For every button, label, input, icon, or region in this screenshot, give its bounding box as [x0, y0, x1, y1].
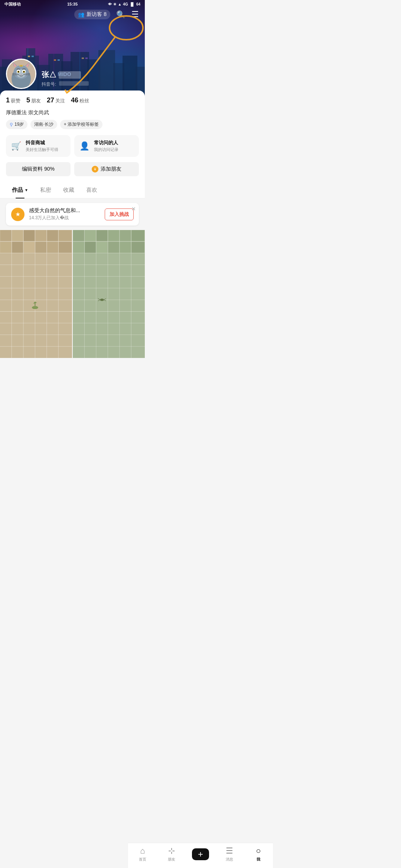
- challenge-title: 感受大自然的气息和...: [29, 207, 80, 214]
- dropdown-icon: ▼: [25, 188, 28, 192]
- join-challenge-button[interactable]: 加入挑战: [105, 208, 134, 220]
- tab-likes-label: 喜欢: [86, 187, 97, 194]
- hero-section: MIDO /SALAD/ /JUICE/ /DESSERT/ 中国移动 15:3…: [0, 0, 145, 96]
- challenge-banner: ★ 感受大自然的气息和... 14.3万人已加入�战 加入挑战 ✕: [6, 203, 139, 226]
- tab-works-label: 作品: [12, 187, 23, 194]
- svg-rect-69: [47, 242, 58, 253]
- tags-row: ⚲ 19岁 湖南·长沙 + 添加学校等标签: [6, 120, 139, 129]
- status-icons: 👁 ✳ ▲ 4G ▐▌ 64: [108, 2, 140, 6]
- tag-location[interactable]: 湖南·长沙: [30, 120, 57, 129]
- eye-icon: 👁: [108, 2, 112, 6]
- douyin-mall-card[interactable]: 🛒 抖音商城 美好生活触手可得: [6, 135, 71, 157]
- avatar[interactable]: [6, 59, 36, 89]
- challenge-subtitle: 14.3万人已加入�战: [29, 215, 80, 221]
- bio-text: 厚德重法 崇文尚武: [6, 109, 139, 116]
- svg-rect-70: [59, 242, 72, 253]
- tab-likes[interactable]: 喜欢: [80, 182, 103, 198]
- tab-private[interactable]: 私密: [34, 182, 57, 198]
- svg-rect-18: [32, 56, 34, 57]
- person-icon: 👤: [79, 141, 89, 151]
- stat-likes[interactable]: 1 获赞: [6, 96, 20, 104]
- frequent-visitors-card[interactable]: 👤 常访问的人 我的访问记录: [74, 135, 139, 157]
- tabs-row: 作品 ▼ 私密 收藏 喜欢: [0, 182, 145, 198]
- svg-rect-63: [47, 230, 58, 241]
- tab-works[interactable]: 作品 ▼: [6, 182, 34, 198]
- name-blur: [59, 71, 81, 79]
- stat-followers[interactable]: 46 粉丝: [71, 96, 89, 104]
- svg-rect-59: [0, 230, 11, 241]
- signal-icon: 4G: [123, 2, 128, 6]
- svg-rect-64: [59, 230, 72, 241]
- challenge-icon: ★: [11, 208, 25, 221]
- tag-gender-age[interactable]: ⚲ 19岁: [6, 120, 27, 129]
- challenge-close-button[interactable]: ✕: [131, 206, 136, 212]
- visitors-icon: 👥: [78, 11, 84, 17]
- status-bar: 中国移动 15:35 👁 ✳ ▲ 4G ▐▌ 64: [0, 0, 145, 8]
- menu-button[interactable]: ☰: [131, 10, 139, 19]
- svg-point-71: [32, 306, 38, 309]
- stat-followers-label: 粉丝: [79, 98, 89, 104]
- svg-rect-62: [35, 230, 46, 241]
- battery-icon: ▐▌: [130, 2, 135, 6]
- stat-likes-label: 获赞: [11, 98, 20, 104]
- stats-row: 1 获赞 5 朋友 27 关注 46 粉丝: [6, 96, 139, 104]
- gender-icon: ⚲: [10, 122, 13, 127]
- profile-name: 张△: [42, 70, 89, 80]
- mall-title: 抖音商城: [26, 139, 58, 146]
- svg-rect-95: [73, 242, 84, 253]
- svg-rect-90: [85, 230, 96, 241]
- bluetooth-icon: ✳: [113, 2, 116, 6]
- svg-rect-17: [28, 56, 30, 57]
- battery-level: 64: [136, 2, 140, 6]
- svg-rect-67: [24, 242, 35, 253]
- stat-friends-num: 5: [26, 96, 30, 104]
- add-friend-button[interactable]: ¥ 添加朋友: [74, 162, 139, 176]
- status-time: 15:35: [67, 2, 78, 6]
- svg-rect-68: [35, 242, 46, 253]
- svg-rect-98: [108, 242, 119, 253]
- id-blur: [59, 81, 89, 86]
- tab-collection-label: 收藏: [63, 187, 74, 194]
- stat-following[interactable]: 27 关注: [47, 96, 65, 104]
- visitors-button[interactable]: 👥 新访客 8: [74, 10, 110, 19]
- video-grid: [0, 230, 145, 358]
- mall-subtitle: 美好生活触手可得: [26, 147, 58, 152]
- stat-following-num: 27: [47, 96, 54, 104]
- svg-rect-66: [12, 242, 23, 253]
- svg-rect-65: [0, 242, 11, 253]
- svg-rect-99: [120, 242, 131, 253]
- wifi-icon: ▲: [118, 2, 121, 6]
- svg-rect-94: [131, 230, 144, 241]
- cart-icon: 🛒: [11, 141, 21, 151]
- svg-rect-91: [97, 230, 107, 241]
- svg-rect-61: [24, 230, 35, 241]
- tab-private-label: 私密: [40, 187, 51, 194]
- tab-collection[interactable]: 收藏: [57, 182, 80, 198]
- carrier-time: 中国移动: [4, 1, 21, 7]
- profile-actions: 编辑资料 90% ¥ 添加朋友: [6, 162, 139, 176]
- svg-point-101: [100, 299, 104, 301]
- svg-rect-100: [131, 242, 144, 253]
- tag-add-button[interactable]: + 添加学校等标签: [60, 120, 102, 129]
- mall-card-text: 抖音商城 美好生活触手可得: [26, 139, 58, 152]
- svg-rect-93: [120, 230, 131, 241]
- edit-profile-button[interactable]: 编辑资料 90%: [6, 162, 71, 176]
- stat-friends-label: 朋友: [31, 98, 41, 104]
- stat-likes-num: 1: [6, 96, 10, 104]
- svg-rect-96: [85, 242, 96, 253]
- video-thumb-2[interactable]: [73, 230, 145, 358]
- stat-friends[interactable]: 5 朋友: [26, 96, 41, 104]
- star-icon: ★: [15, 211, 20, 218]
- video-thumb-1[interactable]: [0, 230, 72, 358]
- svg-point-37: [23, 71, 25, 73]
- add-friend-label: 添加朋友: [101, 166, 121, 172]
- profile-info: 张△ 抖音号:: [42, 70, 89, 89]
- svg-rect-60: [12, 230, 23, 241]
- visitors-card-text: 常访问的人 我的访问记录: [94, 139, 118, 152]
- page-wrapper: MIDO /SALAD/ /JUICE/ /DESSERT/ 中国移动 15:3…: [0, 0, 145, 380]
- main-card: 1 获赞 5 朋友 27 关注 46 粉丝 厚德重法 崇文尚武 ⚲ 19岁: [0, 91, 145, 198]
- search-button[interactable]: 🔍: [116, 10, 125, 19]
- visitors-subtitle: 我的访问记录: [94, 147, 118, 152]
- svg-rect-10: [98, 50, 115, 96]
- challenge-text: 感受大自然的气息和... 14.3万人已加入�战: [29, 207, 80, 221]
